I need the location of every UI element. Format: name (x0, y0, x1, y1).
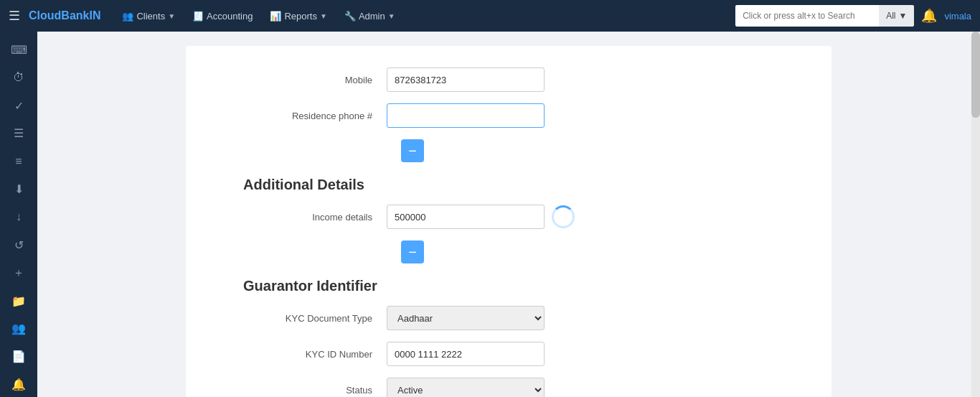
mobile-label: Mobile (243, 75, 387, 85)
kyc-id-number-label: KYC ID Number (243, 349, 387, 360)
residence-phone-row: Residence phone # (243, 103, 788, 128)
clients-caret: ▼ (168, 12, 175, 20)
nav-reports[interactable]: 📊 Reports ▼ (263, 6, 334, 26)
residence-phone-input[interactable] (387, 103, 545, 128)
search-box: All ▼ (735, 5, 914, 27)
sidebar-folder-icon[interactable]: 📁 (4, 289, 33, 314)
income-details-input[interactable] (387, 205, 545, 229)
search-filter-button[interactable]: All ▼ (879, 5, 914, 27)
loading-spinner (552, 205, 575, 228)
notifications-bell-icon[interactable]: 🔔 (921, 8, 937, 24)
navbar: ☰ CloudBankIN 👥 Clients ▼ 🧾 Accounting 📊… (0, 0, 980, 32)
kyc-document-type-select[interactable]: Aadhaar PAN Passport Voter ID Driving Li… (387, 306, 545, 330)
sidebar-clock-icon[interactable]: ⏱ (4, 65, 33, 90)
reports-caret: ▼ (320, 12, 327, 20)
mobile-row: Mobile (243, 67, 788, 92)
sidebar-check-icon[interactable]: ✓ (4, 93, 33, 118)
sidebar-group-icon[interactable]: 👥 (4, 316, 33, 341)
sidebar-file-icon[interactable]: 📄 (4, 344, 33, 369)
nav-accounting[interactable]: 🧾 Accounting (185, 6, 260, 26)
additional-details-minus-button[interactable]: − (401, 139, 424, 162)
sidebar-download2-icon[interactable]: ↓ (4, 205, 33, 230)
kyc-id-number-input[interactable] (387, 342, 545, 366)
sidebar: ⌨ ⏱ ✓ ☰ ≡ ⬇ ↓ ↺ ＋ 📁 👥 📄 🔔 (0, 32, 37, 397)
kyc-id-number-row: KYC ID Number (243, 342, 788, 366)
main-content: Mobile Residence phone # − Additional De… (37, 32, 980, 397)
accounting-icon: 🧾 (192, 11, 204, 22)
sidebar-plus-icon[interactable]: ＋ (4, 261, 33, 286)
user-name[interactable]: vimala (944, 11, 971, 22)
reports-icon: 📊 (270, 11, 281, 22)
additional-details-title: Additional Details (243, 177, 788, 193)
kyc-document-type-row: KYC Document Type Aadhaar PAN Passport V… (243, 306, 788, 330)
income-details-label: Income details (243, 212, 387, 223)
sidebar-list-icon[interactable]: ☰ (4, 121, 33, 146)
sidebar-keyboard-icon[interactable]: ⌨ (4, 37, 33, 62)
sidebar-refresh-icon[interactable]: ↺ (4, 233, 33, 258)
scrollbar-thumb[interactable] (971, 32, 980, 118)
status-select[interactable]: Active Inactive (387, 378, 545, 397)
navbar-right: All ▼ 🔔 vimala (735, 5, 971, 27)
clients-icon: 👥 (122, 11, 133, 22)
search-input[interactable] (735, 5, 879, 27)
admin-icon: 🔧 (344, 11, 356, 22)
app-brand: CloudBankIN (29, 9, 100, 22)
income-details-row: Income details (243, 205, 788, 229)
mobile-input[interactable] (387, 67, 545, 92)
kyc-document-type-label: KYC Document Type (243, 313, 387, 324)
guarantor-minus-button[interactable]: − (401, 240, 424, 263)
admin-caret: ▼ (388, 12, 395, 20)
guarantor-identifier-title: Guarantor Identifier (243, 278, 788, 294)
navbar-menu: 👥 Clients ▼ 🧾 Accounting 📊 Reports ▼ 🔧 A… (115, 6, 402, 26)
nav-clients[interactable]: 👥 Clients ▼ (115, 6, 182, 26)
search-caret-icon: ▼ (899, 11, 908, 21)
nav-admin[interactable]: 🔧 Admin ▼ (337, 6, 402, 26)
sidebar-list2-icon[interactable]: ≡ (4, 149, 33, 174)
scrollbar-track (971, 32, 980, 397)
form-card: Mobile Residence phone # − Additional De… (186, 46, 831, 397)
sidebar-download-icon[interactable]: ⬇ (4, 177, 33, 202)
hamburger-icon[interactable]: ☰ (9, 8, 20, 24)
status-row: Status Active Inactive (243, 378, 788, 397)
sidebar-alert-icon[interactable]: 🔔 (4, 372, 33, 397)
status-label: Status (243, 385, 387, 396)
residence-phone-label: Residence phone # (243, 111, 387, 121)
